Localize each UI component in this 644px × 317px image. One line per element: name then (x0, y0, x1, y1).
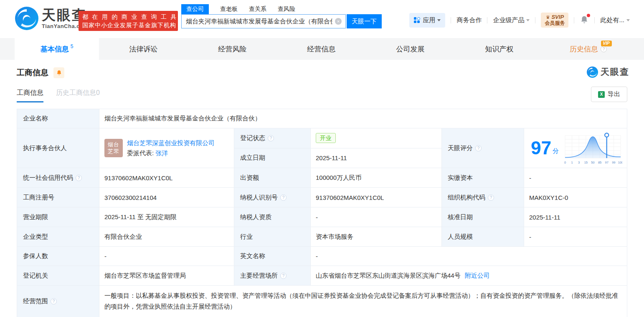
reg-number-label: 工商注册号 (17, 188, 99, 207)
help-icon[interactable]: ? (475, 145, 482, 151)
tab-history-info[interactable]: 历史信息 ? VIP (544, 38, 633, 60)
search-tab-risk[interactable]: 查风险 (278, 4, 295, 14)
business-scope-label: 经营范围? (17, 286, 99, 317)
taxpayer-id-label: 纳税人识别号? (234, 188, 311, 207)
insured-count-value: - (99, 247, 234, 266)
score-unit: 分 (553, 147, 559, 155)
registry-authority-value: 烟台市芝罘区市场监督管理局 (99, 266, 234, 285)
apps-menu-button[interactable]: 应用 (409, 13, 445, 28)
subtab-history-business-info[interactable]: 历史工商信息0 (56, 89, 100, 102)
tianyancha-logo[interactable]: 天眼查 TianYanCha.com (15, 7, 89, 30)
reg-status-label: 登记状态 ? (234, 128, 311, 148)
tianyancha-logo-icon (15, 7, 38, 30)
chevron-down-icon (626, 19, 630, 21)
status-subgrid: 登记状态 ? 开业 成立日期 2025-11-11 (234, 128, 442, 168)
org-code-label: 组织机构代码? (442, 188, 524, 207)
svip-member-button[interactable]: ♛ SVIP 会员服务 (541, 13, 568, 28)
table-row: 工商注册号 370602300214104 纳税人识别号? 91370602MA… (17, 188, 627, 207)
business-term-value: 2025-11-11 至 无固定期限 (99, 207, 234, 227)
crown-icon: ♛ (546, 15, 550, 20)
partner-company-link[interactable]: 烟台芝罘深蓝创业投资有限公司 (127, 139, 215, 146)
score-label: 天眼评分 ? (442, 128, 524, 168)
help-icon[interactable]: ? (280, 273, 287, 279)
help-icon[interactable]: ? (76, 175, 82, 181)
score-marker-pin (605, 133, 609, 137)
help-icon[interactable]: ? (601, 46, 607, 52)
svg-text:100: 100 (618, 161, 622, 164)
company-name-label: 企业名称 (17, 109, 99, 128)
help-icon[interactable]: ? (51, 298, 57, 304)
tab-intellectual-property[interactable]: 知识产权 (455, 38, 544, 60)
clear-search-icon[interactable]: × (335, 18, 342, 25)
tab-company-development[interactable]: 公司发展 (366, 38, 455, 60)
partner-avatar[interactable]: 烟台 芝罘 (104, 139, 123, 157)
nav-divider (594, 17, 595, 23)
partner-value: 烟台 芝罘 烟台芝罘深蓝创业投资有限公司 委派代表: 张洋 (99, 128, 234, 168)
taxpayer-id-value: 91370602MAK0XY1C0L (311, 188, 442, 207)
table-row-partner: 执行事务合伙人 烟台 芝罘 烟台芝罘深蓝创业投资有限公司 委派代表: 张洋 登记… (17, 128, 627, 168)
search-tab-relation[interactable]: 查关系 (249, 4, 266, 14)
notifications-button[interactable] (580, 15, 589, 25)
enterprise-products-menu[interactable]: 企业级产品 (493, 16, 530, 24)
reg-number-value: 370602300214104 (99, 188, 234, 207)
taxpayer-qualification-label: 纳税人资质 (234, 207, 311, 227)
search-input[interactable] (182, 18, 335, 25)
tab-operating-risk[interactable]: 经营风险 (188, 38, 277, 60)
help-icon[interactable]: ? (280, 194, 287, 201)
tianyancha-watermark: 天眼查 (587, 66, 629, 78)
rep-label: 委派代表: (127, 149, 154, 156)
nearby-companies-link[interactable]: 附近公司 (465, 272, 490, 280)
table-row: 营业期限 2025-11-11 至 无固定期限 纳税人资质 - 核准日期 202… (17, 207, 627, 227)
table-row-scope: 经营范围? 一般项目：以私募基金从事股权投资、投资管理、资产管理等活动（须在中国… (17, 286, 627, 317)
paid-capital-value: - (524, 168, 627, 187)
company-name-value: 烟台夹河幸福新城城市发展母基金合伙企业（有限合伙） (99, 109, 627, 128)
rep-name-link[interactable]: 张洋 (155, 149, 168, 156)
help-icon[interactable]: ? (488, 194, 494, 201)
score-cell: 97 分 0 1 (524, 128, 627, 168)
notification-dot (587, 14, 590, 17)
tab-basic-info[interactable]: 基本信息 5 (15, 38, 99, 60)
table-row-registry: 登记机关 烟台市芝罘区市场监督管理局 主要经营场所? 山东省烟台市芝罘区东山街道… (17, 266, 627, 286)
company-type-value: 有限合伙企业 (99, 227, 234, 246)
business-term-label: 营业期限 (17, 207, 99, 227)
export-button[interactable]: X 导出 (591, 87, 627, 102)
company-type-label: 企业类型 (17, 227, 99, 246)
section-title-row: 工商信息 (17, 67, 64, 78)
premises-label: 主要经营场所? (234, 266, 311, 285)
search-tab-company[interactable]: 查公司 (181, 4, 209, 14)
tab-operating-info[interactable]: 经营信息 (277, 38, 366, 60)
partner-label: 执行事务合伙人 (17, 128, 99, 168)
premises-value: 山东省烟台市芝罘区东山街道滨海景区滨海广场44号 附近公司 (311, 266, 627, 285)
svg-text:99: 99 (612, 161, 615, 164)
bell-icon (56, 70, 62, 76)
industry-value: 资本市场服务 (311, 227, 442, 246)
table-row: 企业类型 有限合伙企业 行业 资本市场服务 人员规模 - (17, 227, 627, 247)
header-nav: 应用 商务合作 企业级产品 ♛ SVIP 会员服务 此处有... (409, 12, 630, 28)
chevron-down-icon (526, 19, 530, 21)
search-tab-boss[interactable]: 查老板 (220, 4, 238, 14)
business-cooperation-link[interactable]: 商务合作 (456, 16, 482, 24)
apps-grid-icon (414, 17, 420, 23)
subtab-business-info[interactable]: 工商信息 (17, 89, 43, 102)
contribution-value: 100000万人民币 (311, 168, 442, 187)
tab-legal-lawsuits[interactable]: 法律诉讼 (99, 38, 188, 60)
search-tabs: 查公司 查老板 查关系 查风险 (181, 4, 382, 14)
subscribe-bell-button[interactable] (53, 67, 64, 78)
watermark-text: 天眼查 (601, 66, 629, 78)
svg-text:97: 97 (605, 161, 608, 164)
nav-divider (535, 17, 535, 23)
insured-count-label: 参保人数 (17, 247, 99, 266)
user-menu[interactable]: 此处有... (600, 16, 630, 24)
nav-divider (451, 17, 451, 23)
search-button[interactable]: 天眼一下 (347, 14, 382, 28)
tianyancha-logo-icon (587, 66, 598, 78)
help-icon[interactable]: ? (268, 135, 274, 141)
taxpayer-qualification-value: - (311, 207, 442, 227)
english-name-label: 英文名称 (234, 247, 311, 266)
industry-label: 行业 (234, 227, 311, 246)
credit-code-value: 91370602MAK0XY1C0L (99, 168, 234, 187)
table-row-insured: 参保人数 - 英文名称 - (17, 247, 627, 266)
tab-count-badge: 5 (71, 43, 74, 49)
company-tab-bar: 基本信息 5 法律诉讼 经营风险 经营信息 公司发展 知识产权 历史信息 ? V… (0, 38, 644, 60)
section-title: 工商信息 (17, 67, 48, 78)
